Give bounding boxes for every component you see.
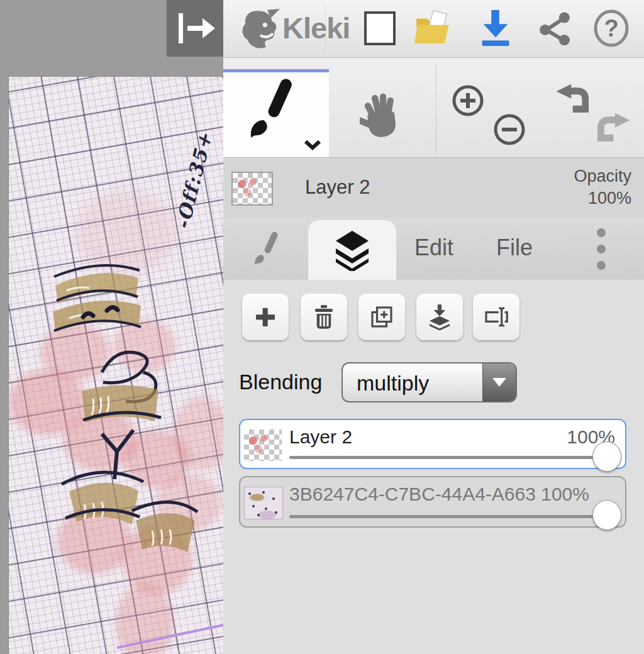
top-bar: Kleki — [223, 0, 644, 58]
tab-bar: Edit File — [223, 217, 644, 280]
zoom-in-button[interactable] — [450, 83, 486, 118]
chevron-down-icon — [304, 140, 321, 151]
layers-panel: Blending multiply Layer 2 100% 3B6247C4-… — [223, 280, 644, 654]
tab-file[interactable]: File — [496, 235, 533, 261]
hand-tool-button[interactable] — [358, 88, 403, 141]
layer-thumbnail — [244, 487, 283, 519]
tab-layers[interactable] — [308, 220, 396, 280]
help-button[interactable]: ? — [592, 9, 631, 48]
toolrow-divider — [436, 63, 436, 153]
zoom-in-icon — [451, 84, 485, 118]
brush-icon — [236, 77, 301, 147]
share-button[interactable] — [535, 9, 574, 48]
add-layer-button[interactable] — [242, 294, 289, 340]
merge-down-icon — [427, 304, 452, 330]
download-icon — [478, 9, 513, 48]
active-layer-info: Layer 2 Opacity 100% — [223, 158, 644, 217]
layer-name: Layer 2 — [289, 426, 352, 448]
layer-row-1[interactable]: 3B6247C4-C7BC-44A4-A663 100% — [239, 476, 626, 528]
opacity-readout: Opacity 100% — [574, 165, 631, 209]
undo-icon — [555, 84, 589, 118]
blending-select[interactable]: multiply — [341, 362, 517, 402]
new-image-icon — [364, 11, 396, 46]
tab-edit[interactable]: Edit — [414, 235, 453, 261]
duplicate-layer-icon — [369, 304, 394, 330]
tab-brush[interactable] — [241, 228, 289, 272]
brush-tool-button[interactable] — [223, 69, 329, 157]
add-layer-icon — [253, 304, 278, 330]
rename-layer-icon — [483, 304, 509, 330]
opacity-label: Opacity — [574, 165, 631, 187]
layer-opacity-slider-knob[interactable] — [592, 500, 621, 530]
blending-value: multiply — [357, 371, 429, 396]
layer-opacity-slider[interactable] — [289, 515, 615, 518]
layer-opacity-slider[interactable] — [289, 456, 615, 459]
blending-label: Blending — [239, 370, 322, 394]
canvas-workspace[interactable]: -Off:35+ — [0, 0, 223, 654]
open-file-button[interactable] — [413, 9, 452, 48]
zoom-out-button[interactable] — [492, 112, 527, 147]
dropdown-arrow-icon — [482, 363, 516, 401]
kleki-app: -Off:35+ Kleki — [0, 0, 644, 654]
app-title: Kleki — [282, 11, 350, 45]
canvas[interactable]: -Off:35+ — [9, 77, 223, 654]
zoom-out-icon — [492, 113, 526, 147]
kebab-menu-icon[interactable] — [592, 228, 611, 270]
open-file-icon — [413, 9, 452, 47]
new-image-button[interactable] — [360, 9, 399, 48]
side-panel: Kleki — [223, 0, 644, 654]
delete-layer-icon — [311, 304, 336, 330]
active-layer-thumbnail — [231, 172, 273, 206]
redo-icon — [597, 113, 631, 147]
collapse-panel-button[interactable] — [167, 0, 223, 57]
topbar-divider — [325, 5, 326, 52]
kleki-logo-icon — [240, 8, 281, 50]
hand-icon — [360, 91, 401, 138]
tool-row — [223, 58, 644, 158]
layer-thumbnail — [244, 430, 282, 461]
layers-icon — [331, 230, 373, 271]
undo-button[interactable] — [554, 83, 589, 118]
rename-layer-button[interactable] — [473, 294, 519, 340]
brush-icon — [247, 230, 283, 270]
active-layer-name: Layer 2 — [305, 176, 370, 199]
collapse-panel-right-icon — [172, 11, 218, 46]
layer-opacity-slider-knob[interactable] — [592, 441, 621, 472]
svg-text:?: ? — [604, 15, 618, 42]
layer-row-2[interactable]: Layer 2 100% — [239, 419, 626, 469]
opacity-value: 100% — [574, 187, 631, 209]
layer-name: 3B6247C4-C7BC-44A4-A663 100% — [289, 484, 589, 505]
delete-layer-button[interactable] — [301, 294, 347, 340]
download-button[interactable] — [476, 9, 515, 48]
duplicate-layer-button[interactable] — [358, 294, 405, 340]
share-icon — [537, 10, 572, 47]
merge-down-button[interactable] — [416, 294, 463, 340]
redo-button[interactable] — [597, 112, 632, 147]
help-icon: ? — [593, 9, 630, 47]
